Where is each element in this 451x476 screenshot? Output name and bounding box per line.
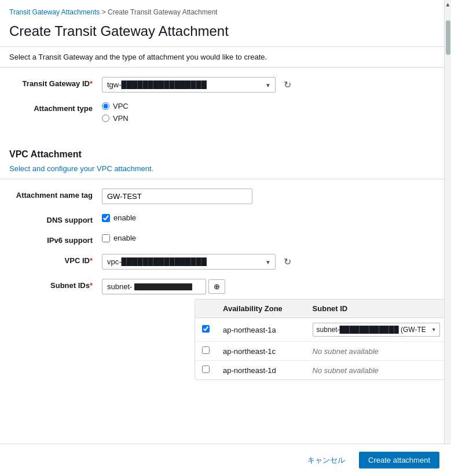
scrollbar[interactable]: ▲ ▼ <box>444 0 451 476</box>
subnet-ids-row: Subnet IDs* subnet- ⊕ <box>9 279 435 380</box>
subnet-row-1-check-cell[interactable] <box>195 318 216 342</box>
subnet-table-az-header: Availability Zone <box>216 300 306 318</box>
breadcrumb-separator: > <box>102 8 108 16</box>
transit-gateway-id-control: tgw-████████████████ ▼ ↻ <box>102 77 435 93</box>
vpc-id-select-wrapper: vpc-████████████████ ▼ <box>102 254 276 270</box>
scrollbar-thumb[interactable] <box>446 20 450 55</box>
table-row: ap-northeast-1c No subnet available <box>195 342 451 361</box>
attachment-type-vpc-radio[interactable] <box>102 102 109 110</box>
attachment-type-vpn-label: VPN <box>113 114 129 123</box>
transit-gateway-refresh-button[interactable]: ↻ <box>280 78 295 91</box>
subnet-row-2-az: ap-northeast-1c <box>216 342 306 361</box>
vpc-id-label: VPC ID* <box>9 254 102 265</box>
subnet-table: Availability Zone Subnet ID <box>195 300 451 379</box>
vpc-id-select[interactable]: vpc-████████████████ <box>102 254 276 270</box>
dns-support-control: enable <box>102 213 435 222</box>
vpc-attachment-description: Select and configure your VPC attachment… <box>0 162 444 179</box>
subnet-row-2-check-cell[interactable] <box>195 342 216 361</box>
transit-gateway-id-row: Transit Gateway ID* tgw-████████████████… <box>9 77 435 93</box>
subnet-row-3-no-subnet: No subnet available <box>306 361 451 380</box>
subnet-row-3-checkbox[interactable] <box>202 366 210 373</box>
table-row: ap-northeast-1d No subnet available <box>195 361 451 380</box>
scroll-up-arrow[interactable]: ▲ <box>444 0 451 9</box>
attachment-type-vpc-option[interactable]: VPC <box>102 102 129 110</box>
attachment-name-tag-label: Attachment name tag <box>9 189 102 200</box>
subnet-search-button[interactable]: ⊕ <box>208 279 225 294</box>
attachment-type-vpn-radio[interactable] <box>102 115 109 122</box>
vpc-id-row: VPC ID* vpc-████████████████ ▼ ↻ <box>9 254 435 270</box>
vpc-attachment-heading: VPC Attachment <box>0 141 444 162</box>
subnet-row-3-az: ap-northeast-1d <box>216 361 306 380</box>
subnet-table-header-row: Availability Zone Subnet ID <box>195 300 451 318</box>
dns-support-row: DNS support enable <box>9 213 435 224</box>
transit-gateway-select-wrapper: tgw-████████████████ ▼ <box>102 77 276 93</box>
subnet-row-3-check-cell[interactable] <box>195 361 216 380</box>
attachment-type-label: Attachment type <box>9 102 102 113</box>
subnet-row-1-select-wrapper: subnet-████████████ (GW-TEST-SN) ▼ <box>313 323 440 337</box>
breadcrumb-link[interactable]: Transit Gateway Attachments <box>9 8 100 16</box>
ipv6-support-checkbox-group[interactable]: enable <box>102 234 136 242</box>
subnet-redacted <box>134 283 192 290</box>
ipv6-support-label: IPv6 support <box>9 234 102 245</box>
footer-bar: キャンセル Create attachment <box>0 444 451 476</box>
main-form: Transit Gateway ID* tgw-████████████████… <box>0 68 444 141</box>
subnet-input-prefix: subnet- <box>107 282 132 291</box>
vpc-id-refresh-button[interactable]: ↻ <box>280 255 295 268</box>
breadcrumb: Transit Gateway Attachments > Create Tra… <box>0 0 444 19</box>
attachment-name-tag-control <box>102 189 435 204</box>
subnet-table-wrapper: Availability Zone Subnet ID <box>195 299 451 380</box>
page-description: Select a Transit Gateway and the type of… <box>0 47 444 67</box>
transit-gateway-id-label: Transit Gateway ID* <box>9 77 102 88</box>
subnet-table-id-header: Subnet ID <box>306 300 451 318</box>
attachment-type-vpc-label: VPC <box>113 102 129 110</box>
vpc-attachment-section: VPC Attachment Select and configure your… <box>0 141 444 398</box>
vpc-id-control: vpc-████████████████ ▼ ↻ <box>102 254 435 270</box>
attachment-type-control: VPC VPN <box>102 102 435 123</box>
subnet-ids-label: Subnet IDs* <box>9 279 102 290</box>
cancel-button[interactable]: キャンセル <box>300 452 352 469</box>
ipv6-support-row: IPv6 support enable <box>9 234 435 245</box>
attachment-type-row: Attachment type VPC VPN <box>9 102 435 123</box>
attachment-type-vpn-option[interactable]: VPN <box>102 114 129 123</box>
vpc-attachment-form: Attachment name tag DNS support enable I… <box>0 179 444 398</box>
create-attachment-button[interactable]: Create attachment <box>359 452 439 468</box>
dns-support-label: DNS support <box>9 213 102 224</box>
subnet-ids-control: subnet- ⊕ Availability Zone <box>102 279 451 380</box>
ipv6-support-control: enable <box>102 234 435 242</box>
subnet-row-1-az: ap-northeast-1a <box>216 318 306 342</box>
attachment-name-tag-row: Attachment name tag <box>9 189 435 204</box>
attachment-type-radio-group: VPC VPN <box>102 102 129 123</box>
subnet-row-2-checkbox[interactable] <box>202 346 210 354</box>
subnet-row-1-subnet-id: subnet-████████████ (GW-TEST-SN) ▼ <box>306 318 451 342</box>
transit-gateway-id-select[interactable]: tgw-████████████████ <box>102 77 276 93</box>
ipv6-support-text: enable <box>113 234 136 242</box>
subnet-row-2-no-subnet: No subnet available <box>306 342 451 361</box>
subnet-table-check-header <box>195 300 216 318</box>
table-row: ap-northeast-1a subnet-████████████ (GW-… <box>195 318 451 342</box>
dns-support-checkbox[interactable] <box>102 214 110 222</box>
subnet-ids-wrapper: subnet- ⊕ <box>102 279 451 294</box>
subnet-row-1-checkbox[interactable] <box>202 325 210 333</box>
dns-support-checkbox-group[interactable]: enable <box>102 213 136 222</box>
dns-support-text: enable <box>113 213 136 222</box>
ipv6-support-checkbox[interactable] <box>102 234 110 242</box>
subnet-row-1-select[interactable]: subnet-████████████ (GW-TEST-SN) <box>313 323 440 337</box>
vpc-attachment-desc-link[interactable]: Select and configure your VPC attachment… <box>9 164 153 173</box>
breadcrumb-current: Create Transit Gateway Attachment <box>108 8 217 16</box>
subnet-input-display[interactable]: subnet- <box>102 279 206 294</box>
attachment-name-tag-input[interactable] <box>102 189 252 204</box>
page-title: Create Transit Gateway Attachment <box>0 19 444 46</box>
